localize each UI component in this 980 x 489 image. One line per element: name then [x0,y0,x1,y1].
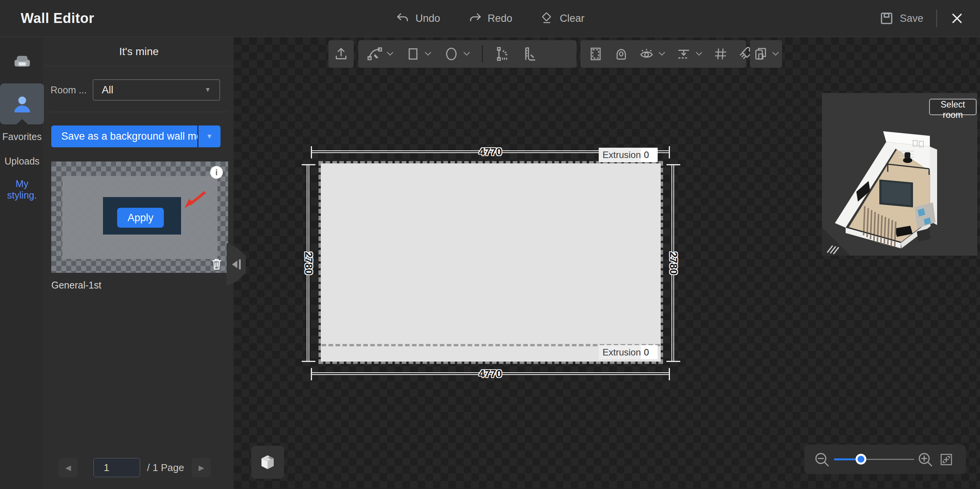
ruler-pencil-icon [522,46,538,62]
redo-icon [468,11,482,26]
zoom-control-bar [804,445,966,474]
sidebar-item-favorites[interactable]: Favorites [0,131,44,142]
sidebar-item-my-styling[interactable]: My styling. [0,178,44,201]
dimension-icon [494,46,510,62]
redo-button[interactable]: Redo [468,11,513,26]
edit-wall-tool-button[interactable] [522,46,538,62]
title-bar: Wall Editor Undo Redo Clear [0,0,980,37]
extrusion-bottom-label: Extrusion [599,345,641,359]
toolbar-import-group [328,40,354,68]
save-button[interactable]: Save [879,11,923,26]
page-number-input[interactable] [93,458,140,477]
grid-toggle-button[interactable] [713,46,728,62]
measure-tape-button[interactable] [613,46,629,62]
clear-button[interactable]: Clear [540,11,585,26]
next-page-button[interactable]: ▶ [192,458,211,477]
save-wall-dropdown-button[interactable]: ▼ [198,126,220,147]
extrusion-bottom-control: Extrusion 0 [599,345,658,359]
eye-icon [639,46,655,62]
zoom-in-icon [917,451,934,468]
rectangle-tool-button[interactable] [405,46,432,62]
dimension-bottom: 4770 [311,372,670,375]
chevron-down-icon [463,51,470,57]
tape-measure-icon [613,46,629,62]
select-room-button[interactable]: Select room [929,99,977,115]
page-title: Wall Editor [21,10,94,26]
pen-bezier-icon [367,46,383,62]
room-filter-value: All [102,84,113,96]
align-snap-button[interactable] [676,46,703,62]
prev-page-icon: ◀ [65,464,71,472]
zoom-slider-handle[interactable] [856,454,866,465]
pen-tool-button[interactable] [367,46,394,62]
prev-page-button[interactable]: ◀ [59,458,78,477]
chevron-down-icon [658,51,666,57]
dimension-right-value: 2780 [667,251,679,274]
fit-screen-icon [939,452,954,467]
dimension-top-value: 4770 [479,146,502,158]
assets-panel: It's mine Room ... All ▼ Save as a backg… [44,37,234,489]
view-3d-button[interactable] [251,446,284,479]
delete-button[interactable] [211,258,223,271]
chevron-down-icon [424,51,432,57]
room-filter-label: Room ... [51,85,87,96]
editor-canvas[interactable]: 4770 4770 2780 2780 Extrusion 0 Extrusio… [234,37,980,489]
save-icon [879,11,894,26]
toolbar-draw-group [358,40,577,68]
align-drop-icon [676,46,692,62]
undo-button[interactable]: Undo [395,11,440,26]
wall-model-name: General-1st [51,280,101,291]
visibility-button[interactable] [639,46,666,62]
save-wall-split-button: Save as a background wall mod... ▼ [51,126,220,147]
next-page-icon: ▶ [199,464,204,472]
duplicate-button[interactable] [753,46,779,62]
marquee-icon [588,46,603,62]
wall-model-card[interactable]: Apply i [51,161,228,273]
zoom-out-icon [813,451,830,468]
apply-button[interactable]: Apply [117,208,164,228]
save-wall-button[interactable]: Save as a background wall mod... [51,126,198,147]
collapse-arrow-icon [232,261,237,268]
titlebar-divider [936,10,937,27]
toolbar-divider [482,45,483,63]
zoom-in-button[interactable] [917,451,934,468]
dimension-tool-button[interactable] [494,46,510,62]
trash-icon [211,258,223,271]
sidebar-rail: Favorites Uploads My styling. [0,37,44,489]
close-button[interactable] [950,11,964,25]
fit-to-screen-button[interactable] [939,452,954,467]
undo-icon [395,11,410,26]
toolbar-view-group [580,40,746,68]
wall-shape[interactable] [318,161,663,364]
dimension-left-value: 2780 [302,251,314,274]
rectangle-icon [405,46,421,62]
person-icon [11,93,33,115]
ellipse-tool-button[interactable] [443,46,470,62]
extrusion-top-label: Extrusion [599,148,641,162]
window-controls: Save [879,0,964,37]
zoom-out-button[interactable] [813,451,830,468]
marquee-select-button[interactable] [588,46,603,62]
chevron-down-icon: ▼ [204,86,211,94]
my-assets-tab[interactable] [0,83,44,124]
room-filter-select[interactable]: All ▼ [93,79,220,101]
furniture-tab[interactable] [0,48,44,75]
grid-icon [713,46,728,62]
room-preview-panel: Select room [822,93,977,256]
chevron-down-icon [695,51,703,57]
sidebar-item-uploads[interactable]: Uploads [0,155,44,167]
wall-editor-app: Wall Editor Undo Redo Clear [0,0,980,489]
chevron-down-icon [386,51,394,57]
copy-icon [753,46,768,62]
info-icon[interactable]: i [210,166,223,179]
chevron-down-icon: ▼ [206,133,213,140]
dimension-right: 2780 [671,165,674,362]
annotation-arrow [184,190,207,210]
cube-icon [258,453,277,471]
page-total-label: / 1 Page [147,458,184,477]
close-icon [950,11,964,25]
upload-button[interactable] [333,46,349,62]
extrusion-bottom-input[interactable]: 0 [641,345,658,359]
extrusion-top-input[interactable]: 0 [641,148,658,162]
ellipse-icon [443,46,459,62]
